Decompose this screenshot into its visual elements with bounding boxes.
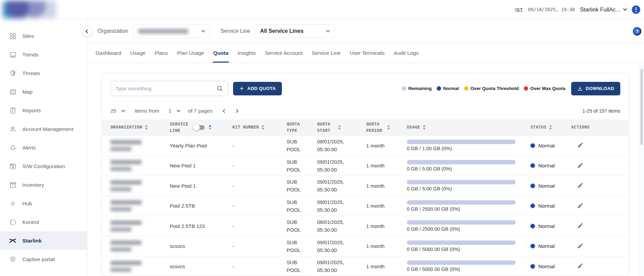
help-button[interactable]: ? xyxy=(633,27,641,36)
search-box[interactable] xyxy=(110,81,228,96)
legend-dot xyxy=(524,86,528,91)
sidebar-item-kontrol[interactable]: Kontrol xyxy=(0,213,87,231)
pages-count-label: of 7 pages xyxy=(188,108,212,114)
download-button[interactable]: DOWNLOAD xyxy=(571,82,620,95)
sidebar-item-reports[interactable]: Reports xyxy=(0,101,87,120)
tab[interactable]: Service Line xyxy=(312,43,340,63)
sort-icon[interactable] xyxy=(262,125,264,130)
legend-item: Normal xyxy=(437,86,459,91)
column-header-usage[interactable]: USAGE xyxy=(407,124,531,131)
sidebar-item-captive-portal[interactable]: Captive portal xyxy=(0,250,87,269)
filter-row: Organization Service Line All Service Li… xyxy=(87,19,644,43)
service-line-dropdown[interactable]: All Service Lines xyxy=(255,24,335,38)
column-header-quota-start[interactable]: QUOTA START xyxy=(317,121,366,134)
sidebar-item-trends[interactable]: Trends xyxy=(0,45,87,64)
organization-dropdown[interactable] xyxy=(133,24,210,38)
tab[interactable]: User Terminals xyxy=(350,43,385,63)
timezone-link[interactable]: IST xyxy=(515,7,523,12)
add-quota-button[interactable]: ADD QUOTA xyxy=(233,82,282,95)
usage-cell: 0 GB / 5000.00 GB (0%) xyxy=(407,240,531,252)
items-from-label: Items from xyxy=(134,108,159,114)
legend-label: Normal xyxy=(443,86,459,91)
status-label: Normal xyxy=(538,163,555,168)
actions-cell xyxy=(571,161,621,170)
vertical-scrollbar[interactable] xyxy=(639,65,644,276)
tab[interactable]: Plan Usage xyxy=(177,43,204,63)
search-input[interactable] xyxy=(116,86,213,91)
sort-icon[interactable] xyxy=(549,125,552,130)
organization-cell-blurred xyxy=(110,140,170,151)
organization-cell-blurred xyxy=(110,160,170,171)
sidebar-item-starlink[interactable]: Starlink xyxy=(0,231,87,250)
quota-card: ADD QUOTA Remaining Normal xyxy=(102,73,629,276)
quota-start-cell: 09/01/2025, 05:30:00 xyxy=(317,258,355,274)
edit-quota-button[interactable] xyxy=(576,202,584,210)
tab[interactable]: Plans xyxy=(155,43,168,63)
status-cell: Normal xyxy=(531,143,571,148)
table-row: scsvcs - SUB POOL 09/01/2025, 05:30:00 1… xyxy=(102,256,629,276)
chevron-down-icon xyxy=(326,28,330,32)
service-line-toggle[interactable] xyxy=(194,125,205,130)
previous-page-button[interactable] xyxy=(223,109,227,113)
sidebar-item-hub[interactable]: Hub xyxy=(0,194,87,213)
monitor-icon xyxy=(9,51,17,59)
column-header-organization[interactable]: ORGANIZATION xyxy=(110,124,170,131)
edit-quota-button[interactable] xyxy=(576,222,584,230)
sort-icon[interactable] xyxy=(387,125,390,130)
sidebar-collapse-button[interactable] xyxy=(82,26,92,37)
sidebar-item-account-management[interactable]: Account Management xyxy=(0,120,87,138)
usage-text: 0 GB / 5.00 GB (0%) xyxy=(407,186,531,191)
search-icon[interactable] xyxy=(216,85,223,92)
column-header-status[interactable]: STATUS xyxy=(531,124,571,131)
quota-start-cell: 09/01/2025, 05:30:00 xyxy=(317,198,355,214)
tab[interactable]: Quota xyxy=(213,43,229,63)
service-line-cell: Pool 2.5TB 123 xyxy=(170,223,232,229)
tab[interactable]: Usage xyxy=(130,43,146,63)
next-page-button[interactable] xyxy=(235,109,238,113)
alert-badge-icon[interactable] xyxy=(631,5,641,14)
sidebar-item-alerts[interactable]: Alerts xyxy=(0,138,87,157)
sidebar-item-label: Alerts xyxy=(22,145,36,151)
sidebar-item-sites[interactable]: Sites xyxy=(0,27,87,45)
sidebar-item-map[interactable]: Map xyxy=(0,83,87,101)
column-header-kit-number[interactable]: KIT NUMBER xyxy=(232,124,287,131)
chevron-down-icon xyxy=(176,108,180,112)
quota-type-cell: SUB POOL xyxy=(287,178,304,194)
quota-period-cell: 1 month xyxy=(366,243,407,249)
sort-icon[interactable] xyxy=(423,125,425,130)
pagination-bar: 25 Items from 1 of 7 pages 1-25 of 157 i… xyxy=(110,105,620,117)
sidebar-item-threats[interactable]: Threats xyxy=(0,64,87,83)
account-menu[interactable]: Starlink FullAc... xyxy=(580,6,626,13)
usage-cell: 0 GB / 2500.00 GB (0%) xyxy=(407,200,531,212)
edit-quota-button[interactable] xyxy=(576,161,584,170)
service-line-value: All Service Lines xyxy=(260,28,311,34)
grid-icon xyxy=(9,32,17,40)
tab[interactable]: Audit Logs xyxy=(394,43,418,63)
sidebar-item-label: Hub xyxy=(22,201,32,207)
tab[interactable]: Service Account xyxy=(265,43,303,63)
quota-period-cell: 1 month xyxy=(366,203,407,209)
edit-quota-button[interactable] xyxy=(576,262,584,270)
page-select[interactable]: 1 xyxy=(168,108,180,114)
sidebar-item-sw-configuration[interactable]: S/W Configuration xyxy=(0,157,87,176)
status-dot xyxy=(531,184,535,188)
sidebar-item-label: Account Management xyxy=(22,126,74,132)
page-size-select[interactable]: 25 xyxy=(110,108,125,114)
sidebar-item-inventory[interactable]: Inventory xyxy=(0,176,87,194)
edit-quota-button[interactable] xyxy=(576,242,584,250)
kit-number-cell: - xyxy=(232,183,287,189)
sort-icon[interactable] xyxy=(209,125,211,130)
tab[interactable]: Dashboard xyxy=(96,43,121,63)
tab-bar: Dashboard Usage Plans Plan Usage Quota I… xyxy=(87,43,644,63)
edit-quota-button[interactable] xyxy=(576,181,584,190)
column-header-quota-period[interactable]: QUOTA PERIOD xyxy=(366,121,407,134)
scrollbar-thumb[interactable] xyxy=(640,69,643,145)
sort-icon[interactable] xyxy=(338,125,341,130)
column-header-service-line[interactable]: SERVICE LINE xyxy=(170,121,232,134)
sort-icon[interactable] xyxy=(145,125,148,130)
status-dot xyxy=(531,204,535,208)
tab[interactable]: Insights xyxy=(237,43,255,63)
edit-quota-button[interactable] xyxy=(576,141,584,150)
actions-cell xyxy=(571,242,621,251)
chevron-down-icon xyxy=(122,108,125,112)
